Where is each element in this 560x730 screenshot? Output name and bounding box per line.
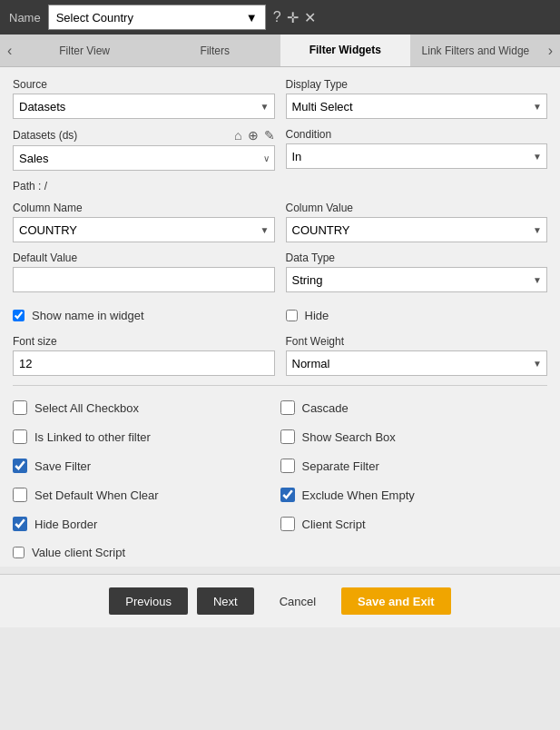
set-default-checkbox[interactable] (13, 488, 27, 502)
show-search-label: Show Search Box (302, 430, 396, 444)
font-weight-select[interactable]: Normal (286, 350, 548, 376)
select-country-dropdown[interactable]: Select Country ▼ (48, 5, 266, 30)
select-country-value: Select Country (56, 11, 133, 25)
tab-link-filters[interactable]: Link Filters and Widge (410, 35, 541, 66)
source-label: Source (13, 78, 275, 91)
column-name-select[interactable]: COUNTRY (13, 217, 275, 242)
previous-button[interactable]: Previous (109, 587, 188, 615)
checkbox-item-show-search: Show Search Box (280, 422, 548, 451)
client-script-checkbox[interactable] (280, 517, 295, 531)
datasets-icon-group: ⌂ ⊕ ✎ (234, 128, 274, 143)
select-all-label: Select All Checkbox (34, 401, 139, 415)
bottom-bar: Previous Next Cancel Save and Exit (0, 574, 560, 627)
show-name-label: Show name in widget (32, 309, 144, 322)
cascade-checkbox[interactable] (280, 400, 295, 415)
checkbox-item-exclude-empty: Exclude When Empty (280, 480, 548, 509)
close-icon[interactable]: ✕ (304, 9, 316, 26)
column-value-col: Column Value COUNTRY ▼ (286, 202, 548, 242)
font-weight-label: Font Weight (286, 335, 548, 348)
checkbox-item-linked: Is Linked to other filter (13, 422, 280, 451)
edit-icon[interactable]: ✎ (264, 128, 275, 143)
display-type-label: Display Type (286, 78, 548, 91)
source-col: Source Datasets ▼ (13, 78, 275, 119)
datasets-col: Datasets (ds) ⌂ ⊕ ✎ Sales ∨ (13, 128, 275, 171)
header-icons: ? ✛ ✕ (273, 9, 316, 26)
datasets-select[interactable]: Sales (13, 145, 275, 171)
value-client-script-checkbox[interactable] (13, 547, 25, 558)
condition-select-wrapper: In ▼ (286, 143, 548, 169)
value-client-script-row: Value client Script (13, 538, 547, 567)
name-label: Name (9, 11, 41, 25)
condition-select[interactable]: In (286, 143, 548, 169)
home-icon[interactable]: ⌂ (234, 128, 241, 143)
display-type-select[interactable]: Multi Select (286, 94, 548, 119)
path-label: Path (13, 180, 35, 192)
data-type-select[interactable]: String (286, 267, 548, 292)
move-icon[interactable]: ✛ (287, 9, 299, 26)
default-value-label: Default Value (13, 252, 275, 264)
cascade-label: Cascade (302, 401, 349, 415)
save-filter-checkbox[interactable] (13, 459, 27, 473)
show-name-checkbox[interactable] (13, 310, 25, 321)
separate-filter-checkbox[interactable] (280, 459, 295, 473)
source-select-wrapper: Datasets ▼ (13, 94, 275, 119)
cancel-button[interactable]: Cancel (263, 587, 332, 615)
checkbox-item-separate-filter: Separate Filter (280, 451, 548, 480)
column-value-select[interactable]: COUNTRY (286, 217, 548, 242)
font-size-input[interactable] (13, 350, 275, 376)
font-weight-select-wrapper: Normal ▼ (286, 350, 548, 376)
condition-label: Condition (286, 128, 548, 141)
column-value-select-wrapper: COUNTRY ▼ (286, 217, 548, 242)
save-exit-button[interactable]: Save and Exit (341, 587, 451, 615)
default-value-col: Default Value (13, 252, 275, 292)
show-name-col: Show name in widget (13, 301, 275, 330)
select-all-checkbox[interactable] (13, 400, 27, 415)
checkbox-item-save-filter: Save Filter (13, 451, 280, 480)
linked-checkbox[interactable] (13, 429, 27, 444)
set-default-label: Set Default When Clear (34, 488, 159, 502)
hide-label: Hide (305, 309, 329, 322)
tab-filter-view[interactable]: Filter View (19, 35, 150, 66)
main-content: Source Datasets ▼ Display Type Multi Sel… (0, 67, 560, 567)
font-size-label: Font size (13, 335, 275, 348)
checkbox-item-set-default: Set Default When Clear (13, 480, 280, 509)
source-select[interactable]: Datasets (13, 94, 275, 119)
help-icon[interactable]: ? (273, 9, 281, 26)
data-type-select-wrapper: String ▼ (286, 267, 548, 292)
font-size-col: Font size (13, 335, 275, 376)
header-bar: Name Select Country ▼ ? ✛ ✕ (0, 0, 560, 35)
tab-prev-arrow[interactable]: ‹ (0, 35, 19, 66)
exclude-empty-checkbox[interactable] (280, 488, 295, 502)
source-display-row: Source Datasets ▼ Display Type Multi Sel… (13, 78, 547, 119)
datasets-condition-row: Datasets (ds) ⌂ ⊕ ✎ Sales ∨ Condition In (13, 128, 547, 171)
tab-filters[interactable]: Filters (150, 35, 280, 66)
next-button[interactable]: Next (197, 587, 254, 615)
tab-filter-widgets[interactable]: Filter Widgets (280, 35, 411, 66)
checkbox-divider (13, 385, 547, 386)
checkbox-item-hide-border: Hide Border (13, 509, 280, 538)
display-type-col: Display Type Multi Select ▼ (286, 78, 548, 119)
separate-filter-label: Separate Filter (302, 459, 379, 473)
default-value-input[interactable] (13, 267, 275, 292)
hide-checkbox[interactable] (286, 310, 298, 321)
hide-border-label: Hide Border (34, 518, 97, 531)
add-icon[interactable]: ⊕ (248, 128, 259, 143)
hide-border-checkbox[interactable] (13, 517, 27, 531)
checkbox-item-select-all: Select All Checkbox (13, 393, 280, 422)
column-name-label: Column Name (13, 202, 275, 214)
exclude-empty-label: Exclude When Empty (302, 488, 415, 502)
hide-col: Hide (286, 301, 548, 330)
dropdown-arrow-icon: ▼ (246, 11, 258, 25)
save-filter-label: Save Filter (34, 459, 91, 473)
checkbox-item-client-script: Client Script (280, 509, 548, 538)
display-type-select-wrapper: Multi Select ▼ (286, 94, 548, 119)
value-client-script-label: Value client Script (32, 546, 125, 559)
column-value-label: Column Value (286, 202, 548, 214)
datasets-label-row: Datasets (ds) ⌂ ⊕ ✎ (13, 128, 275, 143)
font-row: Font size Font Weight Normal ▼ (13, 335, 547, 376)
font-weight-col: Font Weight Normal ▼ (286, 335, 548, 376)
checkbox-grid: Select All Checkbox Cascade Is Linked to… (13, 393, 547, 538)
tab-next-arrow[interactable]: › (541, 35, 560, 66)
data-type-label: Data Type (286, 252, 548, 264)
show-search-checkbox[interactable] (280, 429, 295, 444)
